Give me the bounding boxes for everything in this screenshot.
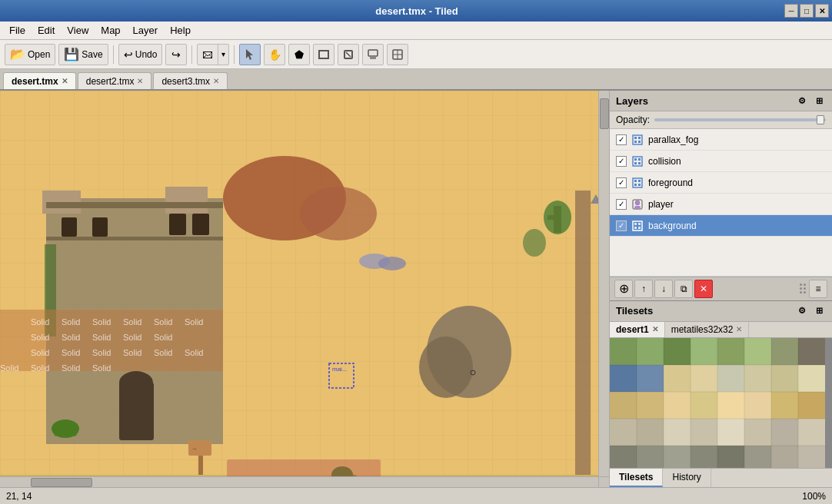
document-tabs: desert.tmx ✕ desert2.tmx ✕ desert3.tmx ✕ [0,69,832,91]
layer-visibility-parallax-fog[interactable]: ✓ [616,134,627,145]
minimize-button[interactable]: ─ [784,4,798,18]
menu-edit[interactable]: Edit [32,23,61,38]
svg-rect-103 [664,338,691,365]
svg-line-2 [346,52,351,57]
menu-layer[interactable]: Layer [127,23,165,38]
tileset-tab-metatiles[interactable]: metatiles32x32 ✕ [665,322,750,337]
svg-rect-133 [610,446,637,469]
svg-rect-125 [610,419,637,446]
svg-rect-109 [610,365,637,392]
tool-terrain[interactable] [387,44,408,65]
stamp-btn[interactable]: 🖂 [198,45,218,65]
menu-file[interactable]: File [3,23,32,38]
layers-settings-icon[interactable]: ⚙ [795,94,809,108]
svg-rect-120 [691,392,717,419]
svg-point-51 [419,337,473,398]
menu-help[interactable]: Help [164,23,197,38]
tool-eraser[interactable] [338,44,359,65]
svg-rect-110 [637,365,664,392]
scroll-thumb-v[interactable] [600,98,609,129]
window-controls[interactable]: ─ □ ✕ [784,4,829,18]
layer-visibility-background[interactable]: ✓ [616,220,627,231]
layer-properties-button[interactable]: ≡ [809,280,827,298]
layer-visibility-collision[interactable]: ✓ [616,156,627,167]
tool-fill[interactable]: ⬟ [288,44,310,65]
tool-select[interactable] [239,44,261,65]
main-content: Solid Solid Solid Solid Solid Solid Soli… [0,91,832,487]
svg-rect-106 [744,338,771,365]
layer-item-foreground[interactable]: ✓ foreground [610,172,832,194]
close-button[interactable]: ✕ [815,4,829,18]
svg-text:Solid: Solid [31,317,49,327]
tilesets-header-icons: ⚙ ⊞ [795,304,826,318]
svg-text:Solid: Solid [123,348,141,357]
map-scroll-horizontal[interactable] [0,476,598,487]
tab-close-desert1[interactable]: ✕ [62,77,68,85]
layers-empty-space [610,260,832,277]
layer-remove-button[interactable]: ✕ [694,280,713,298]
tileset-tab-close-desert1[interactable]: ✕ [652,325,658,333]
svg-rect-14 [46,237,223,240]
layers-list: ✓ parallax_fog ✓ collision ✓ fo [610,129,832,260]
menu-view[interactable]: View [61,23,95,38]
tab-tilesets[interactable]: Tilesets [610,469,663,487]
svg-rect-108 [798,338,825,365]
opacity-slider[interactable] [654,118,826,121]
svg-rect-79 [638,137,641,139]
scroll-thumb-h[interactable] [31,478,92,487]
redo-button[interactable]: ↪ [165,44,187,65]
svg-point-47 [300,187,377,240]
svg-rect-107 [771,338,798,365]
tab-history[interactable]: History [663,469,711,487]
tileset-preview[interactable] [610,338,832,469]
open-button[interactable]: 📂 Open [5,44,55,65]
svg-point-16 [119,371,153,394]
tab-close-desert2[interactable]: ✕ [137,77,143,85]
svg-text:→: → [191,445,198,453]
layer-item-parallax-fog[interactable]: ✓ parallax_fog [610,129,832,151]
status-zoom: 100% [802,491,826,502]
menu-map[interactable]: Map [95,23,126,38]
undo-button[interactable]: ↩ Undo [118,44,163,65]
tab-desert3[interactable]: desert3.tmx ✕ [153,72,228,89]
tileset-tab-close-metatiles[interactable]: ✕ [736,325,742,333]
layer-duplicate-button[interactable]: ⧉ [674,280,693,298]
map-scroll-vertical[interactable] [598,91,609,476]
svg-text:Solid: Solid [31,348,49,357]
tab-close-desert3[interactable]: ✕ [213,77,219,85]
layer-visibility-player[interactable]: ✓ [616,199,627,210]
tab-desert1[interactable]: desert.tmx ✕ [3,72,76,89]
svg-rect-105 [717,338,744,365]
svg-rect-99 [638,227,641,229]
tilesets-settings-icon[interactable]: ⚙ [795,304,809,318]
layer-item-player[interactable]: ✓ player [610,194,832,215]
layer-item-background[interactable]: ✓ background [610,215,832,237]
layer-move-up-button[interactable]: ↑ [634,280,653,298]
map-canvas[interactable]: Solid Solid Solid Solid Solid Solid Soli… [0,91,609,487]
tool-bucket[interactable] [362,44,384,65]
layers-expand-icon[interactable]: ⊞ [812,94,826,108]
map-area[interactable]: Solid Solid Solid Solid Solid Solid Soli… [0,91,609,487]
svg-rect-138 [744,446,771,469]
svg-text:Solid: Solid [62,333,80,342]
svg-rect-112 [691,365,717,392]
stamp-combo-arrow[interactable]: ▾ [218,45,228,65]
tab-desert2[interactable]: desert2.tmx ✕ [78,72,152,89]
layer-item-collision[interactable]: ✓ collision [610,151,832,172]
toolbar-sep-2 [191,45,192,64]
svg-rect-139 [771,446,798,469]
tool-rect[interactable] [313,44,334,65]
layer-move-down-button[interactable]: ↓ [654,280,673,298]
svg-rect-111 [664,365,691,392]
svg-rect-87 [633,178,642,187]
tool-hand[interactable]: ✋ [264,44,285,65]
tilesets-expand-icon[interactable]: ⊞ [812,304,826,318]
tileset-tab-desert1[interactable]: desert1 ✕ [610,322,665,337]
layer-add-button[interactable]: ⊕ [614,280,633,298]
save-button[interactable]: 💾 Save [58,44,108,65]
svg-rect-131 [771,419,798,446]
layer-visibility-foreground[interactable]: ✓ [616,177,627,188]
stamp-combo[interactable]: 🖂 ▾ [197,44,229,65]
maximize-button[interactable]: □ [800,4,814,18]
svg-point-93 [635,201,640,205]
